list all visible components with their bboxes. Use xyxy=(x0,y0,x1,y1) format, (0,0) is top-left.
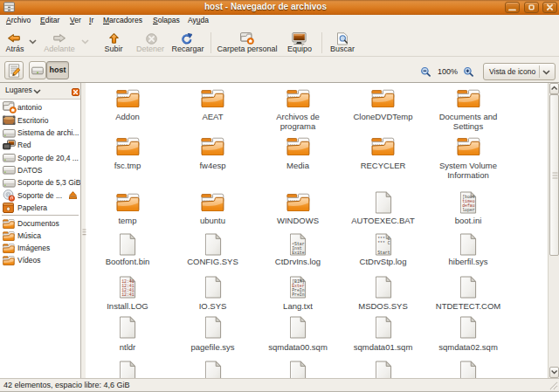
svg-text:Exite: Exite xyxy=(292,250,305,254)
svg-text:*** C: *** C xyxy=(377,241,390,245)
svg-text:PreIn: PreIn xyxy=(292,292,305,297)
svg-text:12:41: 12:41 xyxy=(121,292,135,297)
svg-text:loper: loper xyxy=(462,208,475,212)
svg-text:Start: Start xyxy=(377,250,390,254)
